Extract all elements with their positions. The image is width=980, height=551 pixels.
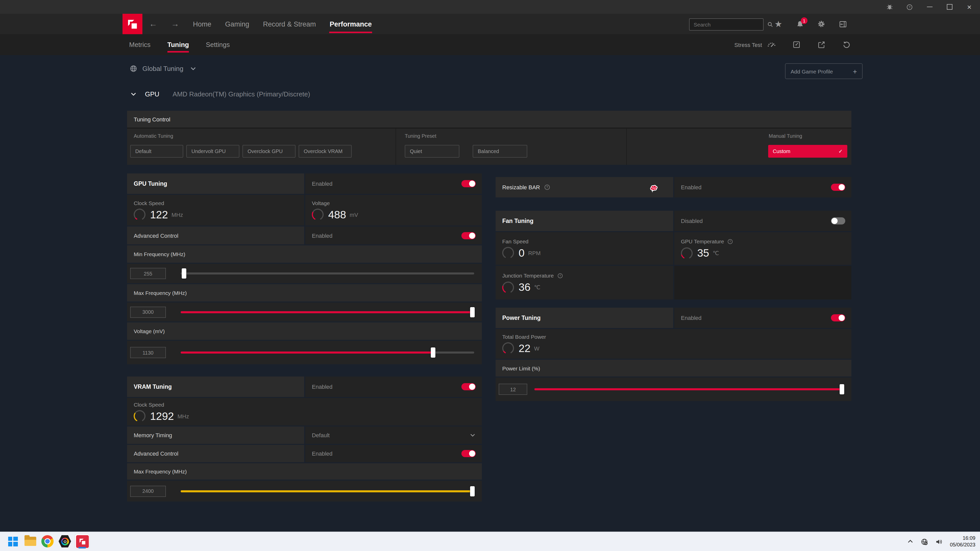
- navbar-icons: ★ 1: [774, 14, 847, 34]
- slider-thumb[interactable]: [840, 384, 844, 394]
- search-input[interactable]: [690, 21, 767, 27]
- gpu-clock-speed-gauge: Clock Speed 122 MHz: [127, 199, 304, 221]
- slider-track[interactable]: [535, 388, 844, 390]
- power-limit-slider[interactable]: 12: [496, 378, 851, 401]
- vram-advanced-control-toggle[interactable]: [461, 450, 476, 457]
- amd-software-taskbar-icon[interactable]: [75, 534, 90, 549]
- minimize-button[interactable]: [926, 3, 933, 11]
- total-board-power-gauge: Total Board Power 22 W: [496, 333, 851, 355]
- hex-utility-icon[interactable]: [57, 534, 73, 549]
- gpu-tuning-title: GPU Tuning: [127, 173, 304, 194]
- custom-label: Custom: [773, 148, 791, 154]
- notifications-bell-icon[interactable]: 1: [795, 19, 804, 29]
- min-frequency-slider[interactable]: 255: [127, 264, 482, 283]
- nav-item-record-stream[interactable]: Record & Stream: [263, 14, 316, 34]
- power-tuning-toggle[interactable]: [831, 314, 845, 321]
- amd-software-window: ? × ← → Home Gaming Record & Stream Perf…: [0, 0, 980, 551]
- notification-badge: 1: [801, 17, 808, 24]
- slider-track[interactable]: [181, 351, 474, 354]
- vram-clock-speed-gauge: Clock Speed 1292 MHz: [127, 400, 482, 423]
- button-undervolt-gpu[interactable]: Undervolt GPU: [186, 145, 239, 158]
- resizable-bar-toggle[interactable]: [831, 184, 845, 191]
- tab-settings[interactable]: Settings: [206, 34, 230, 55]
- slider-thumb[interactable]: [431, 348, 435, 358]
- stress-test-button[interactable]: Stress Test: [735, 40, 776, 49]
- tab-metrics[interactable]: Metrics: [129, 34, 151, 55]
- add-game-profile-button[interactable]: Add Game Profile +: [785, 63, 862, 79]
- collapse-panel-icon[interactable]: [838, 19, 847, 29]
- gpu-tuning-panel: GPU Tuning Enabled Clock Speed: [127, 173, 482, 364]
- gpu-tuning-toggle[interactable]: [461, 180, 476, 187]
- maximize-button[interactable]: [946, 3, 953, 11]
- help-icon[interactable]: ?: [544, 184, 551, 191]
- button-overclock-vram[interactable]: Overclock VRAM: [299, 145, 352, 158]
- vram-max-frequency-slider[interactable]: 2400: [127, 481, 482, 502]
- settings-gear-icon[interactable]: [817, 19, 826, 29]
- search-box[interactable]: [689, 18, 764, 30]
- nav-item-performance[interactable]: Performance: [330, 14, 372, 34]
- windows-logo-icon: [8, 537, 18, 546]
- tuning-control-title: Tuning Control: [127, 111, 851, 129]
- close-button[interactable]: ×: [966, 3, 973, 11]
- network-no-internet-icon[interactable]: [920, 537, 928, 546]
- reset-icon[interactable]: [842, 40, 851, 49]
- min-frequency-input[interactable]: 255: [130, 268, 166, 279]
- slider-thumb[interactable]: [470, 307, 475, 317]
- slider-track[interactable]: [181, 272, 474, 275]
- profile-scope-selector[interactable]: Global Tuning: [129, 64, 197, 73]
- button-quiet[interactable]: Quiet: [405, 145, 460, 158]
- divider: [396, 129, 396, 165]
- subnav-actions: Stress Test: [735, 34, 851, 55]
- stress-test-label: Stress Test: [735, 41, 762, 48]
- button-overclock-gpu[interactable]: Overclock GPU: [242, 145, 296, 158]
- junction-temperature-gauge: Junction Temperature ? 36: [496, 271, 673, 294]
- vram-tuning-status: Enabled: [312, 384, 332, 390]
- voltage-input[interactable]: 1130: [130, 347, 166, 358]
- power-limit-input[interactable]: 12: [499, 384, 527, 395]
- amd-logo[interactable]: [123, 14, 142, 34]
- button-balanced[interactable]: Balanced: [473, 145, 527, 158]
- tray-chevron-up-icon[interactable]: [907, 538, 914, 545]
- vram-tuning-toggle[interactable]: [461, 383, 476, 390]
- vram-max-frequency-input[interactable]: 2400: [130, 486, 166, 497]
- back-icon[interactable]: ←: [149, 20, 157, 28]
- nav-item-gaming[interactable]: Gaming: [225, 14, 249, 34]
- favorites-star-icon[interactable]: ★: [774, 19, 783, 29]
- start-button[interactable]: [5, 534, 21, 549]
- button-default[interactable]: Default: [130, 145, 183, 158]
- help-icon[interactable]: ?: [557, 272, 563, 279]
- share-profile-icon[interactable]: [817, 40, 826, 49]
- tuning-control-panel: Tuning Control Automatic Tuning Default …: [127, 111, 851, 165]
- volume-icon[interactable]: [935, 537, 943, 546]
- slider-track[interactable]: [181, 490, 474, 492]
- automatic-tuning-label: Automatic Tuning: [134, 133, 173, 139]
- fan-tuning-toggle[interactable]: [831, 218, 845, 224]
- tuning-page: Global Tuning Add Game Profile + GPU AMD…: [0, 55, 980, 532]
- tab-tuning[interactable]: Tuning: [167, 34, 189, 55]
- taskbar-clock[interactable]: 16:09 05/06/2023: [950, 535, 975, 548]
- forward-icon[interactable]: →: [171, 20, 179, 28]
- max-frequency-slider[interactable]: 3000: [127, 303, 482, 321]
- voltage-slider[interactable]: 1130: [127, 341, 482, 364]
- max-frequency-label: Max Frequency (MHz): [127, 284, 482, 302]
- vram-advanced-control-status: Enabled: [312, 451, 332, 457]
- file-explorer-icon[interactable]: [22, 534, 38, 549]
- nav-item-home[interactable]: Home: [193, 14, 211, 34]
- help-icon[interactable]: ?: [727, 238, 734, 245]
- slider-thumb[interactable]: [470, 486, 475, 496]
- slider-thumb[interactable]: [182, 268, 186, 279]
- slider-track[interactable]: [181, 311, 474, 313]
- memory-timing-label: Memory Timing: [127, 427, 304, 444]
- svg-text:?: ?: [908, 5, 910, 9]
- gpu-section-header[interactable]: GPU AMD Radeon(TM) Graphics (Primary/Dis…: [130, 90, 310, 98]
- memory-timing-dropdown[interactable]: Default: [305, 427, 482, 444]
- help-icon[interactable]: ?: [906, 3, 913, 11]
- load-profile-icon[interactable]: [792, 40, 801, 49]
- advanced-control-toggle[interactable]: [461, 232, 476, 239]
- bug-report-icon[interactable]: [886, 3, 893, 11]
- chrome-icon[interactable]: [40, 534, 55, 549]
- gpu-device-name: AMD Radeon(TM) Graphics (Primary/Discret…: [172, 90, 310, 98]
- fan-tuning-status: Disabled: [681, 218, 703, 224]
- max-frequency-input[interactable]: 3000: [130, 306, 166, 318]
- button-custom[interactable]: Custom ✓: [768, 145, 847, 158]
